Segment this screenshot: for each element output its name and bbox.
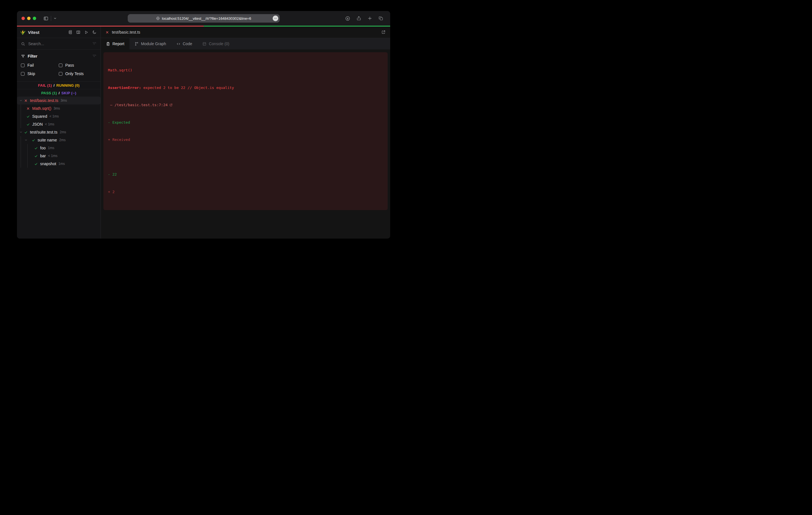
filter-option-fail[interactable]: Fail bbox=[21, 61, 59, 69]
code-icon bbox=[176, 42, 180, 46]
error-report-panel: Math.sqrt() AssertionError: expected 2 t… bbox=[104, 52, 388, 210]
error-name: AssertionError: bbox=[108, 86, 141, 90]
only-tests-checkbox[interactable] bbox=[59, 72, 62, 76]
test-duration: < 1ms bbox=[48, 154, 57, 158]
suite-name: suite name bbox=[37, 138, 57, 142]
toolbar-left-controls bbox=[43, 16, 57, 21]
fail-checkbox-label: Fail bbox=[27, 63, 34, 67]
page-settings-button[interactable] bbox=[273, 16, 278, 21]
run-all-icon[interactable] bbox=[84, 30, 88, 34]
test-duration: 2ms bbox=[59, 138, 65, 142]
tree-row-squared[interactable]: Squared < 1ms bbox=[21, 112, 100, 120]
app-title: Vitest bbox=[28, 30, 39, 35]
filter-option-skip[interactable]: Skip bbox=[21, 69, 59, 78]
summary-separator: / bbox=[58, 91, 60, 95]
test-duration: 3ms bbox=[60, 98, 67, 102]
tree-row-foo[interactable]: foo 1ms bbox=[28, 144, 100, 152]
browser-toolbar: localhost:51204/__vitest__/#/?file=16484… bbox=[17, 11, 390, 26]
pass-checkbox[interactable] bbox=[59, 63, 62, 67]
tab-report[interactable]: Report bbox=[101, 38, 129, 50]
tree-row-suite-name[interactable]: suite name 2ms bbox=[21, 136, 100, 144]
assertion-error-line: AssertionError: expected 2 to be 22 // O… bbox=[108, 85, 383, 91]
test-summary: FAIL (1) / RUNNING (0) PASS (1) / SKIP (… bbox=[17, 81, 100, 96]
downloads-icon[interactable] bbox=[345, 16, 350, 21]
new-tab-icon[interactable] bbox=[367, 16, 372, 21]
pass-check-icon bbox=[24, 130, 28, 134]
tab-console[interactable]: Console (0) bbox=[197, 38, 234, 50]
test-name: Squared bbox=[32, 114, 47, 119]
expand-tree-icon[interactable] bbox=[68, 30, 72, 34]
summary-separator: / bbox=[53, 83, 55, 88]
filter-options: Fail Pass Skip Only Tests bbox=[21, 60, 97, 80]
running-count: RUNNING (0) bbox=[56, 83, 79, 88]
stack-trace-line[interactable]: – /test/basic.test.ts:7:24 bbox=[108, 102, 383, 108]
test-duration: < 1ms bbox=[50, 114, 59, 118]
chevron-down-icon[interactable] bbox=[53, 17, 57, 20]
sidebar-toolbar bbox=[68, 30, 97, 34]
tab-console-label: Console (0) bbox=[209, 41, 229, 46]
diff-received-value: + 2 bbox=[108, 189, 383, 195]
tab-overview-icon[interactable] bbox=[378, 16, 383, 21]
diff-blank-line bbox=[108, 154, 383, 160]
toolbar-right-controls bbox=[345, 11, 383, 26]
tab-report-label: Report bbox=[112, 41, 124, 46]
pass-check-icon bbox=[34, 154, 38, 158]
filter-section: Filter Fail bbox=[17, 50, 100, 81]
clear-filter-icon[interactable] bbox=[92, 54, 97, 58]
tree-row-snapshot[interactable]: snapshot 1ms bbox=[28, 160, 100, 168]
summary-line-2: PASS (1) / SKIP (--) bbox=[17, 89, 100, 96]
globe-icon bbox=[156, 17, 160, 20]
fail-checkbox[interactable] bbox=[21, 63, 25, 67]
filter-option-only-tests[interactable]: Only Tests bbox=[59, 69, 97, 78]
tree-row-json[interactable]: JSON < 1ms bbox=[21, 120, 100, 128]
fail-x-icon bbox=[106, 30, 109, 34]
test-duration: 3ms bbox=[54, 107, 60, 111]
basic-test-children: Math.sqrt() 3ms Squared < 1ms bbox=[21, 104, 100, 128]
chevron-down-icon[interactable] bbox=[19, 130, 23, 134]
only-tests-checkbox-label: Only Tests bbox=[65, 71, 84, 76]
module-graph-icon bbox=[135, 42, 139, 46]
address-bar[interactable]: localhost:51204/__vitest__/#/?file=16484… bbox=[128, 14, 280, 23]
tree-row-suite-test-file[interactable]: test/suite.test.ts 2ms bbox=[17, 128, 100, 136]
skip-checkbox-label: Skip bbox=[27, 71, 35, 76]
funnel-icon bbox=[21, 54, 25, 58]
chevron-down-icon[interactable] bbox=[24, 138, 28, 142]
zoom-window-button[interactable] bbox=[33, 17, 36, 20]
filter-title: Filter bbox=[28, 54, 37, 58]
clear-search-filter-icon[interactable] bbox=[92, 41, 97, 46]
pass-check-icon bbox=[34, 146, 38, 150]
tree-row-basic-test-file[interactable]: test/basic.test.ts 3ms bbox=[17, 96, 100, 104]
test-name: JSON bbox=[32, 122, 43, 126]
suite-name-children: foo 1ms bar < 1ms bbox=[27, 144, 100, 168]
close-window-button[interactable] bbox=[22, 17, 25, 20]
pass-checkbox-label: Pass bbox=[65, 63, 74, 67]
test-duration: < 1ms bbox=[45, 122, 54, 126]
failed-test-title: Math.sqrt() bbox=[108, 67, 383, 73]
sidebar-toggle-icon[interactable] bbox=[43, 16, 49, 21]
share-icon[interactable] bbox=[356, 16, 361, 21]
view-tabs: Report Module Graph bbox=[101, 38, 390, 50]
browser-window: localhost:51204/__vitest__/#/?file=16484… bbox=[17, 11, 390, 239]
test-file-name: test/basic.test.ts bbox=[30, 98, 58, 103]
dark-mode-icon[interactable] bbox=[92, 30, 97, 34]
search-icon bbox=[21, 42, 25, 46]
filter-option-pass[interactable]: Pass bbox=[59, 61, 97, 69]
test-name: foo bbox=[40, 146, 46, 150]
test-duration: 1ms bbox=[48, 146, 54, 150]
report-content: Math.sqrt() AssertionError: expected 2 t… bbox=[101, 50, 390, 239]
open-in-editor-icon[interactable] bbox=[381, 30, 386, 34]
dashboard-icon[interactable] bbox=[76, 30, 81, 34]
search-input[interactable] bbox=[28, 41, 90, 46]
tree-row-bar[interactable]: bar < 1ms bbox=[28, 152, 100, 160]
minimize-window-button[interactable] bbox=[27, 17, 30, 20]
file-header: test/basic.test.ts bbox=[101, 27, 390, 38]
tab-module-graph[interactable]: Module Graph bbox=[129, 38, 171, 50]
tree-row-math-sqrt[interactable]: Math.sqrt() 3ms bbox=[21, 104, 100, 112]
tab-code[interactable]: Code bbox=[171, 38, 197, 50]
fail-count: FAIL (1) bbox=[38, 83, 52, 88]
skip-checkbox[interactable] bbox=[21, 72, 25, 76]
chevron-down-icon[interactable] bbox=[19, 99, 23, 102]
stack-location: – /test/basic.test.ts:7:24 bbox=[108, 103, 168, 107]
fail-x-icon bbox=[26, 107, 30, 111]
open-in-editor-icon[interactable] bbox=[169, 103, 173, 107]
